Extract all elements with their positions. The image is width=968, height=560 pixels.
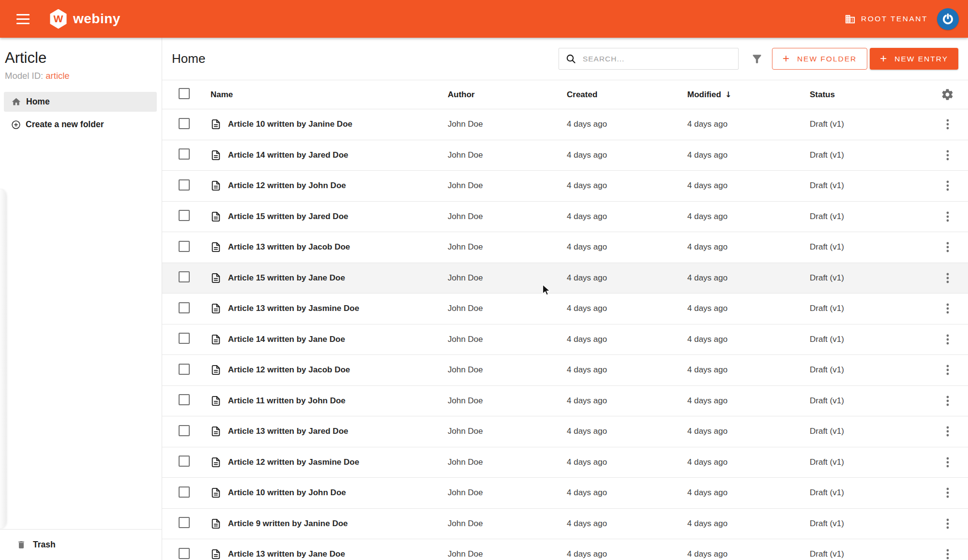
table-row[interactable]: Article 13 written by Jane Doe John Doe …: [162, 539, 968, 560]
entry-created: 4 days ago: [567, 457, 687, 467]
entry-author: John Doe: [448, 212, 567, 221]
row-menu-kebab-icon[interactable]: [940, 148, 955, 162]
row-checkbox[interactable]: [179, 210, 190, 221]
row-checkbox[interactable]: [179, 425, 190, 436]
table-row[interactable]: Article 14 written by Jared Doe John Doe…: [162, 140, 968, 171]
column-header-name[interactable]: Name: [211, 90, 448, 100]
sort-desc-arrow-icon: ↓: [725, 90, 731, 99]
row-checkbox[interactable]: [179, 118, 190, 129]
entry-created: 4 days ago: [567, 365, 687, 375]
entry-status-badge: Draft (v1): [810, 457, 934, 467]
user-avatar[interactable]: [937, 8, 959, 30]
entry-title: Article 11 written by John Doe: [228, 396, 346, 406]
row-menu-kebab-icon[interactable]: [940, 486, 955, 500]
table-row[interactable]: Article 14 written by Jane Doe John Doe …: [162, 324, 968, 355]
table-row[interactable]: Article 12 written by Jacob Doe John Doe…: [162, 355, 968, 386]
row-checkbox[interactable]: [179, 333, 190, 344]
row-menu-kebab-icon[interactable]: [940, 547, 955, 560]
table-row[interactable]: Article 10 written by Janine Doe John Do…: [162, 109, 968, 140]
entry-title: Article 14 written by Jane Doe: [228, 335, 345, 344]
entry-title: Article 10 written by John Doe: [228, 488, 346, 498]
entry-status-badge: Draft (v1): [810, 212, 934, 221]
document-icon: [211, 303, 221, 314]
new-folder-button[interactable]: + NEW FOLDER: [772, 48, 867, 70]
entry-status-badge: Draft (v1): [810, 304, 934, 313]
row-menu-kebab-icon[interactable]: [940, 455, 955, 470]
row-menu-kebab-icon[interactable]: [940, 209, 955, 224]
row-checkbox[interactable]: [179, 394, 190, 405]
select-all-checkbox[interactable]: [179, 88, 190, 99]
table-row[interactable]: Article 13 written by Jasmine Doe John D…: [162, 294, 968, 324]
menu-icon[interactable]: [16, 14, 30, 24]
entry-created: 4 days ago: [567, 212, 687, 221]
sidebar-item-trash[interactable]: Trash: [0, 529, 162, 560]
row-menu-kebab-icon[interactable]: [940, 332, 955, 347]
table-row[interactable]: Article 15 written by Jane Doe John Doe …: [162, 263, 968, 294]
tenant-selector[interactable]: ROOT TENANT: [845, 14, 928, 25]
table-header: Name Author Created Modified ↓ Status: [162, 80, 968, 109]
document-icon: [211, 395, 221, 407]
entry-created: 4 days ago: [567, 273, 687, 283]
column-header-created[interactable]: Created: [567, 90, 687, 100]
row-checkbox[interactable]: [179, 241, 190, 252]
row-checkbox[interactable]: [179, 302, 190, 313]
webiny-hexagon-icon: W: [49, 9, 67, 29]
document-icon: [211, 180, 221, 192]
search-box: [559, 48, 739, 70]
row-menu-kebab-icon[interactable]: [940, 516, 955, 531]
table-settings-gear-icon[interactable]: [941, 88, 954, 101]
filter-button[interactable]: [751, 53, 763, 65]
table-row[interactable]: Article 13 written by Jacob Doe John Doe…: [162, 232, 968, 263]
entry-modified: 4 days ago: [687, 457, 810, 467]
entry-created: 4 days ago: [567, 427, 687, 436]
row-menu-kebab-icon[interactable]: [940, 301, 955, 316]
search-input[interactable]: [583, 55, 732, 63]
table-row[interactable]: Article 11 written by John Doe John Doe …: [162, 386, 968, 417]
column-label: Name: [211, 90, 233, 100]
row-checkbox[interactable]: [179, 548, 190, 559]
page-header: Home + NEW FOLDER + NEW ENTRY: [162, 38, 968, 80]
table-row[interactable]: Article 9 written by Janine Doe John Doe…: [162, 509, 968, 540]
entry-author: John Doe: [448, 549, 567, 559]
row-menu-kebab-icon[interactable]: [940, 271, 955, 285]
home-icon: [11, 97, 21, 107]
webiny-logo[interactable]: W webiny: [49, 9, 121, 29]
column-header-author[interactable]: Author: [448, 90, 567, 100]
column-header-modified[interactable]: Modified ↓: [687, 90, 810, 100]
row-checkbox[interactable]: [179, 517, 190, 528]
column-label: Created: [567, 90, 597, 100]
row-menu-kebab-icon[interactable]: [940, 394, 955, 408]
row-checkbox[interactable]: [179, 456, 190, 467]
entry-modified: 4 days ago: [687, 242, 810, 252]
row-menu-kebab-icon[interactable]: [940, 117, 955, 132]
table-row[interactable]: Article 12 written by Jasmine Doe John D…: [162, 447, 968, 478]
model-id: Model ID: article: [5, 71, 154, 81]
row-menu-kebab-icon[interactable]: [940, 363, 955, 377]
row-checkbox[interactable]: [179, 486, 190, 498]
gravatar-power-icon: [941, 13, 954, 26]
row-checkbox[interactable]: [179, 179, 190, 191]
row-menu-kebab-icon[interactable]: [940, 240, 955, 254]
entry-status-badge: Draft (v1): [810, 273, 934, 283]
row-menu-kebab-icon[interactable]: [940, 178, 955, 193]
row-checkbox[interactable]: [179, 364, 190, 375]
column-header-status[interactable]: Status: [810, 90, 934, 100]
entry-title: Article 9 written by Janine Doe: [228, 519, 348, 529]
table-row[interactable]: Article 12 written by John Doe John Doe …: [162, 171, 968, 202]
entry-title: Article 13 written by Jasmine Doe: [228, 304, 359, 313]
entry-status-badge: Draft (v1): [810, 150, 934, 160]
entry-modified: 4 days ago: [687, 488, 810, 498]
table-row[interactable]: Article 15 written by Jared Doe John Doe…: [162, 202, 968, 233]
table-row[interactable]: Article 10 written by John Doe John Doe …: [162, 478, 968, 509]
sidebar-item-home[interactable]: Home: [4, 92, 157, 112]
entry-status-badge: Draft (v1): [810, 488, 934, 498]
row-checkbox[interactable]: [179, 271, 190, 282]
row-menu-kebab-icon[interactable]: [940, 424, 955, 439]
model-title: Article: [5, 49, 154, 67]
row-checkbox[interactable]: [179, 148, 190, 160]
table-row[interactable]: Article 13 written by Jared Doe John Doe…: [162, 416, 968, 447]
sidebar-item-create-folder[interactable]: Create a new folder: [4, 115, 157, 134]
folder-nav: Home Create a new folder: [0, 92, 162, 134]
new-entry-button[interactable]: + NEW ENTRY: [870, 48, 958, 70]
entry-title: Article 15 written by Jane Doe: [228, 273, 345, 283]
